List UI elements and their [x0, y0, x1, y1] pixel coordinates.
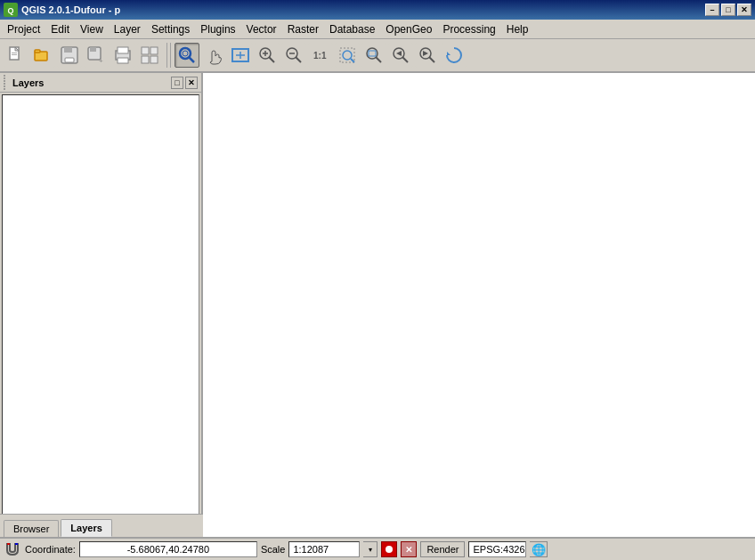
title-bar: Q QGIS 2.0.1-Dufour - p – □ ✕ — [0, 0, 755, 20]
coordinate-field[interactable] — [79, 541, 257, 557]
map-canvas[interactable] — [203, 73, 755, 537]
menu-settings[interactable]: Settings — [146, 21, 195, 37]
menu-project[interactable]: Project — [2, 21, 45, 37]
layers-panel-controls: □ ✕ — [171, 77, 198, 89]
svg-rect-38 — [369, 51, 376, 56]
menu-raster[interactable]: Raster — [282, 21, 324, 37]
window-title: QGIS 2.0.1-Dufour - p — [21, 4, 120, 15]
toolbar-btn-zoom-out[interactable] — [281, 43, 306, 68]
layers-content — [2, 94, 199, 535]
svg-point-23 — [183, 51, 188, 56]
menu-bar: ProjectEditViewLayerSettingsPluginsVecto… — [0, 20, 755, 39]
toolbar-btn-open[interactable] — [30, 43, 55, 68]
toolbar-btn-zoom-in[interactable] — [255, 43, 280, 68]
magnet-icon[interactable] — [4, 540, 21, 558]
panel-float-button[interactable]: □ — [171, 77, 183, 89]
tab-bar: BrowserLayers — [0, 514, 203, 537]
svg-rect-4 — [12, 53, 17, 53]
svg-rect-18 — [150, 47, 158, 54]
main-layout: Layers □ ✕ — [0, 73, 755, 537]
epsg-field[interactable]: EPSG:4326 — [468, 541, 526, 557]
svg-text:+: + — [99, 57, 103, 65]
toolbar-btn-print[interactable] — [110, 43, 135, 68]
svg-rect-15 — [118, 47, 128, 53]
menu-help[interactable]: Help — [501, 21, 534, 37]
coordinate-label: Coordinate: — [25, 544, 76, 555]
toolbar-btn-zoom-full[interactable] — [228, 43, 253, 68]
toolbar-btn-zoom-native[interactable]: 1:1 — [308, 43, 333, 68]
svg-rect-10 — [65, 58, 74, 62]
scale-field[interactable] — [288, 541, 360, 557]
menu-database[interactable]: Database — [324, 21, 380, 37]
svg-rect-20 — [150, 56, 158, 63]
menu-vector[interactable]: Vector — [241, 21, 282, 37]
layers-panel: Layers □ ✕ — [0, 73, 203, 537]
layers-panel-header-left: Layers — [4, 75, 44, 90]
menu-layer[interactable]: Layer — [109, 21, 146, 37]
toolbar-btn-pan-map[interactable] — [201, 43, 226, 68]
toolbar-btn-refresh[interactable] — [442, 43, 467, 68]
tab-layers[interactable]: Layers — [61, 519, 111, 537]
svg-rect-19 — [142, 56, 149, 63]
panel-close-button[interactable]: ✕ — [185, 77, 198, 89]
app-icon: Q — [4, 3, 18, 17]
svg-line-37 — [376, 57, 381, 62]
toolbar-btn-zoom-next[interactable] — [415, 43, 440, 68]
menu-view[interactable]: View — [75, 21, 109, 37]
menu-plugins[interactable]: Plugins — [195, 21, 240, 37]
toolbar-btn-save-as[interactable]: + — [84, 43, 109, 68]
svg-marker-43 — [447, 52, 451, 55]
scale-dropdown[interactable]: ▾ — [363, 541, 378, 557]
menu-edit[interactable]: Edit — [45, 21, 75, 37]
close-button[interactable]: ✕ — [737, 4, 751, 16]
maximize-button[interactable]: □ — [721, 4, 735, 16]
cancel-button[interactable]: ✕ — [401, 541, 417, 557]
menu-processing[interactable]: Processing — [437, 21, 500, 37]
minimize-button[interactable]: – — [705, 4, 719, 16]
svg-rect-16 — [118, 58, 128, 63]
svg-point-34 — [343, 51, 352, 60]
layers-panel-title: Layers — [12, 77, 44, 88]
svg-rect-7 — [35, 50, 40, 53]
menu-opengeo[interactable]: OpenGeo — [380, 21, 437, 37]
toolbar-btn-zoom-layer[interactable] — [361, 43, 386, 68]
toolbar: +1:1 — [0, 39, 755, 73]
tab-browser[interactable]: Browser — [4, 520, 59, 537]
layers-panel-header: Layers □ ✕ — [0, 73, 201, 93]
panel-grip — [4, 75, 5, 90]
svg-rect-17 — [142, 47, 149, 54]
toolbar-btn-zoom-last[interactable] — [388, 43, 413, 68]
svg-rect-9 — [64, 47, 72, 53]
svg-line-22 — [189, 57, 194, 62]
svg-rect-12 — [90, 47, 96, 52]
render-button[interactable]: Render — [420, 541, 465, 557]
svg-rect-5 — [12, 54, 17, 55]
svg-text:1:1: 1:1 — [313, 51, 327, 61]
svg-line-35 — [351, 59, 354, 62]
scale-label: Scale — [261, 544, 286, 555]
toolbar-btn-print-compose[interactable] — [137, 43, 162, 68]
svg-line-40 — [402, 57, 408, 62]
globe-button[interactable]: 🌐 — [530, 541, 548, 557]
toolbar-btn-new[interactable] — [4, 43, 28, 68]
status-bar: Coordinate: Scale ▾ ✕ Render EPSG:4326 🌐 — [0, 537, 755, 560]
svg-line-26 — [269, 57, 274, 62]
stop-render-button[interactable] — [381, 541, 397, 557]
toolbar-separator-6 — [166, 43, 171, 68]
toolbar-btn-save[interactable] — [57, 43, 82, 68]
svg-text:Q: Q — [7, 6, 13, 15]
stop-icon — [386, 546, 393, 553]
svg-line-42 — [429, 57, 434, 62]
svg-line-30 — [296, 57, 301, 62]
toolbar-btn-zoom-selection[interactable] — [335, 43, 360, 68]
window-controls: – □ ✕ — [705, 4, 751, 16]
title-bar-left: Q QGIS 2.0.1-Dufour - p — [4, 3, 120, 17]
toolbar-btn-pan[interactable] — [175, 43, 199, 68]
